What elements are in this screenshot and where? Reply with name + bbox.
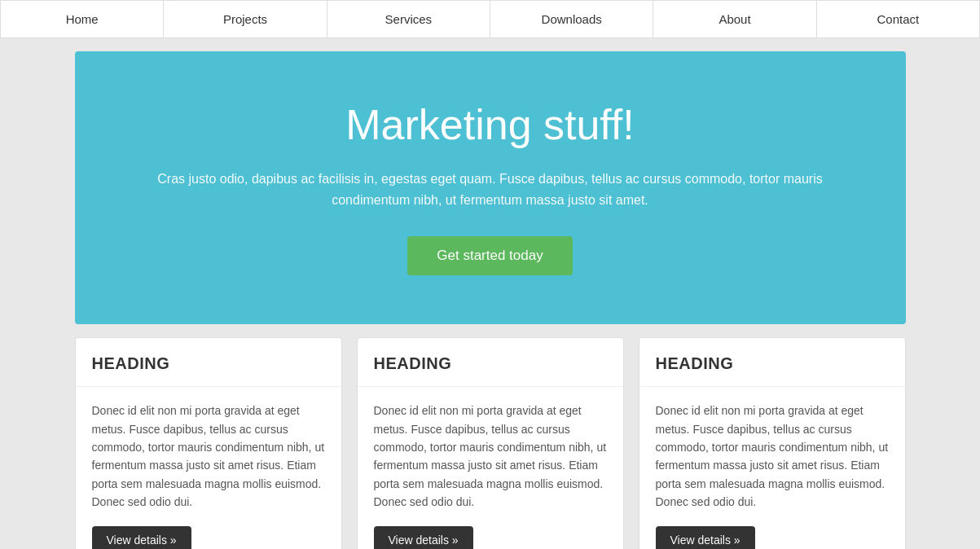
get-started-button[interactable]: Get started today <box>407 236 572 275</box>
card-3-view-button[interactable]: View details » <box>656 526 755 549</box>
card-1-heading: HEADING <box>76 338 341 387</box>
nav-item-services[interactable]: Services <box>327 1 490 37</box>
navbar: Home Projects Services Downloads About C… <box>0 0 980 38</box>
card-3-footer: View details » <box>639 526 905 549</box>
card-1-body: Donec id elit non mi porta gravida at eg… <box>76 387 341 525</box>
card-3-body: Donec id elit non mi porta gravida at eg… <box>639 387 905 525</box>
hero-section: Marketing stuff! Cras justo odio, dapibu… <box>75 51 906 324</box>
card-2-body: Donec id elit non mi porta gravida at eg… <box>358 387 623 525</box>
nav-item-about[interactable]: About <box>653 1 816 37</box>
nav-item-home[interactable]: Home <box>1 1 164 37</box>
card-2-footer: View details » <box>358 526 623 549</box>
card-2-heading: HEADING <box>358 338 623 387</box>
card-1-view-button[interactable]: View details » <box>92 526 191 549</box>
cards-section: HEADING Donec id elit non mi porta gravi… <box>75 337 906 549</box>
card-1-footer: View details » <box>76 526 341 549</box>
card-3: HEADING Donec id elit non mi porta gravi… <box>639 337 906 549</box>
card-2-view-button[interactable]: View details » <box>374 526 473 549</box>
card-1: HEADING Donec id elit non mi porta gravi… <box>75 337 342 549</box>
hero-title: Marketing stuff! <box>140 100 841 149</box>
nav-item-downloads[interactable]: Downloads <box>490 1 653 37</box>
card-2: HEADING Donec id elit non mi porta gravi… <box>357 337 624 549</box>
nav-item-contact[interactable]: Contact <box>817 1 979 37</box>
card-3-heading: HEADING <box>639 338 905 387</box>
nav-item-projects[interactable]: Projects <box>164 1 327 37</box>
hero-subtitle: Cras justo odio, dapibus ac facilisis in… <box>140 169 841 210</box>
